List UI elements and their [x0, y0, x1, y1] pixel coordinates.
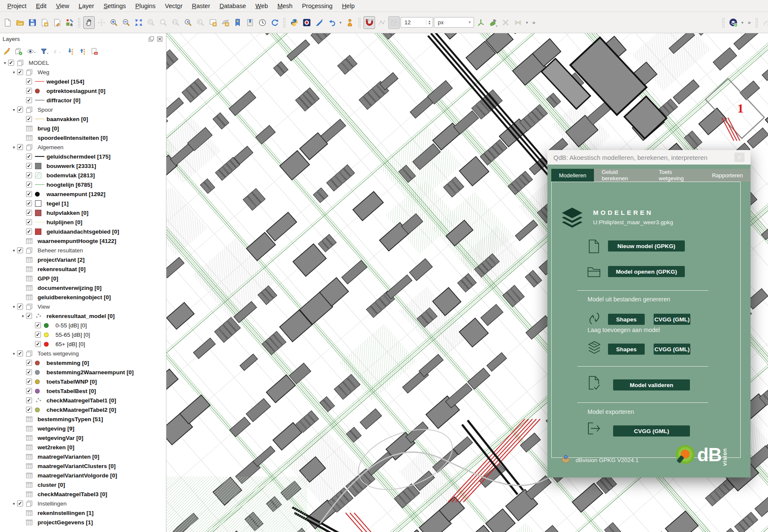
layer-row-checkmaatregeltabel1-0[interactable]: ✓checkMaatregelTabel1 [0] [0, 396, 166, 405]
menu-mesh[interactable]: Mesh [273, 1, 297, 11]
expand-arrow[interactable]: ▾ [11, 145, 17, 150]
menu-layer[interactable]: Layer [74, 1, 99, 11]
snapping-unit-select[interactable]: px ▼ [434, 17, 474, 28]
layer-row-rekenresultaat-0[interactable]: rekenresultaat [0] [0, 264, 166, 274]
qdb-dropdown-arrow[interactable]: ▾ [740, 20, 745, 25]
zoom-next-button[interactable] [195, 16, 206, 29]
layer-row-hoogtelijn-6785[interactable]: ✓hoogtelijn [6785] [0, 180, 166, 189]
expand-all-button[interactable] [65, 46, 76, 56]
undo-button[interactable] [326, 16, 337, 29]
visibility-checkbox[interactable]: ✓ [26, 379, 32, 385]
group-row-instellingen[interactable]: ▾✓Instellingen [0, 499, 166, 508]
advanced-digitizing-button[interactable] [388, 16, 400, 29]
panel-float-button[interactable] [148, 35, 155, 43]
remove-layer-button[interactable] [89, 46, 99, 56]
layer-row-projectgegevens-1[interactable]: projectGegevens [1] [0, 518, 166, 527]
layer-row-bouwwerk-23331[interactable]: ✓bouwwerk [23331] [0, 161, 166, 171]
toolbar-overflow-chevron[interactable]: » [530, 19, 537, 26]
visibility-checkbox[interactable]: ✓ [17, 247, 23, 253]
menu-view[interactable]: View [51, 1, 74, 11]
python-console-button[interactable] [288, 16, 300, 29]
layer-row-checkmaatregeltabel2-0[interactable]: ✓checkMaatregelTabel2 [0] [0, 405, 166, 414]
expand-arrow[interactable]: ▾ [20, 314, 26, 318]
tab-geluid-berekenen[interactable]: Geluid berekenen [594, 169, 651, 182]
visibility-checkbox[interactable]: ✓ [26, 97, 32, 103]
manage-visibility-button[interactable] [25, 46, 37, 56]
tracing-button[interactable] [475, 16, 486, 29]
show-bookmarks-button[interactable] [244, 16, 256, 29]
new-spatial-bookmark-button[interactable] [232, 16, 243, 29]
visibility-checkbox[interactable]: ✓ [26, 313, 32, 319]
menu-processing[interactable]: Processing [297, 1, 337, 11]
menu-vector[interactable]: Vector [160, 1, 187, 11]
visibility-checkbox[interactable]: ✓ [26, 78, 32, 84]
reshape-features-button[interactable] [512, 16, 524, 29]
visibility-checkbox[interactable]: ✓ [26, 407, 32, 413]
visibility-checkbox[interactable]: ✓ [17, 304, 23, 309]
show-layout-manager-button[interactable] [51, 16, 63, 29]
new-3d-map-view-button[interactable] [219, 16, 231, 29]
layer-row-wetgeving-9[interactable]: wetgeving [9] [0, 424, 166, 433]
layer-row-projectvariant-2[interactable]: projectVariant [2] [0, 255, 166, 264]
visibility-checkbox[interactable]: ✓ [26, 397, 32, 403]
layer-row-diffractor-0[interactable]: ✓diffractor [0] [0, 95, 166, 105]
expand-arrow[interactable]: ▾ [11, 248, 17, 253]
visibility-checkbox[interactable]: ✓ [26, 360, 32, 366]
shapes-add-button[interactable]: Shapes [608, 344, 645, 355]
refresh-map-button[interactable] [269, 16, 280, 29]
osm-user-button[interactable] [344, 16, 355, 29]
zoom-native-resolution-button[interactable]: 1:1 [170, 16, 181, 29]
expand-arrow[interactable]: ▾ [11, 70, 17, 75]
pan-to-selection-button[interactable] [96, 16, 107, 29]
layer-styling-button[interactable] [2, 46, 12, 56]
layer-row-bodemvlak-2813[interactable]: ✓bodemvlak [2813] [0, 171, 166, 180]
visibility-checkbox[interactable]: ✓ [26, 219, 32, 225]
layer-row-maatregelvarianten-0[interactable]: maatregelVarianten [0] [0, 452, 166, 461]
visibility-checkbox[interactable]: ✓ [8, 60, 14, 66]
open-model-button[interactable]: Model openen (GPKG) [608, 266, 685, 277]
layer-row-brug-0[interactable]: brug [0] [0, 124, 166, 133]
visibility-checkbox[interactable]: ✓ [26, 369, 32, 375]
new-map-view-button[interactable] [207, 16, 218, 29]
quickosm-button[interactable] [313, 16, 325, 29]
combo-dropdown-arrow[interactable]: ▼ [466, 20, 474, 24]
snapping-tolerance-input[interactable]: 12 ▲▼ [401, 17, 433, 28]
zoom-out-button[interactable] [120, 16, 132, 29]
temporal-controller-button[interactable] [256, 16, 268, 29]
zoom-full-extent-button[interactable] [133, 16, 144, 29]
visibility-checkbox[interactable]: ✓ [26, 116, 32, 122]
group-row-spoor[interactable]: ▾✓Spoor [0, 105, 166, 114]
layer-row-geluidaandachtsgebied-0[interactable]: ✓geluidaandachtsgebied [0] [0, 227, 166, 236]
layer-row-wet2reken-0[interactable]: wet2reken [0] [0, 442, 166, 452]
tab-toets-wetgeving[interactable]: Toets wetgeving [651, 169, 704, 182]
open-project-button[interactable] [14, 16, 26, 29]
new-print-layout-button[interactable] [39, 16, 50, 29]
spinbox-arrows[interactable]: ▲▼ [426, 20, 433, 25]
layer-row-maatregelvariantvolgorde-0[interactable]: maatregelVariantVolgorde [0] [0, 471, 166, 480]
layer-row-rekenresultaat-model-0[interactable]: ▾✓rekenresultaat_model [0] [0, 311, 166, 321]
visibility-checkbox[interactable]: ✓ [35, 341, 41, 347]
visibility-checkbox[interactable]: ✓ [26, 88, 32, 94]
visibility-checkbox[interactable]: ✓ [26, 163, 32, 169]
layer-row-documentverwijzing-0[interactable]: documentverwijzing [0] [0, 283, 166, 292]
filter-by-expression-button[interactable]: ε [52, 46, 64, 56]
save-project-button[interactable] [26, 16, 38, 29]
tab-rapporteren[interactable]: Rapporteren [704, 169, 751, 182]
layer-row-wetgevingvar-0[interactable]: wetgevingVar [0] [0, 433, 166, 442]
layer-row-cluster-0[interactable]: cluster [0] [0, 480, 166, 489]
menu-database[interactable]: Database [215, 1, 250, 11]
snapping-toggle-button[interactable] [364, 16, 375, 29]
snapping-unit-value[interactable]: px [434, 19, 466, 26]
group-row-toets-wetgeving[interactable]: ▾✓Toets wetgeving [0, 349, 166, 358]
layer-row-hulpvlakken-0[interactable]: ✓hulpvlakken [0] [0, 208, 166, 217]
layer-row-0-55-db-0[interactable]: ✓0-55 [dB] [0] [0, 321, 166, 330]
layer-row-hulplijnen-0[interactable]: ✓hulplijnen [0] [0, 217, 166, 227]
layer-row-rekeninstellingen-1[interactable]: rekenInstellingen [1] [0, 508, 166, 518]
group-row-model[interactable]: ▾✓MODEL [0, 58, 166, 67]
layer-row-bestemmingstypen-51[interactable]: bestemmingsTypen [51] [0, 414, 166, 424]
menu-settings[interactable]: Settings [99, 1, 131, 11]
cvgg-add-button[interactable]: CVGG (GML) [654, 344, 690, 355]
zoom-to-selection-button[interactable] [145, 16, 157, 29]
digitizing-dropdown-arrow[interactable]: ▾ [524, 20, 529, 25]
layer-row-65-db-0[interactable]: ✓65+ [dB] [0] [0, 339, 166, 349]
